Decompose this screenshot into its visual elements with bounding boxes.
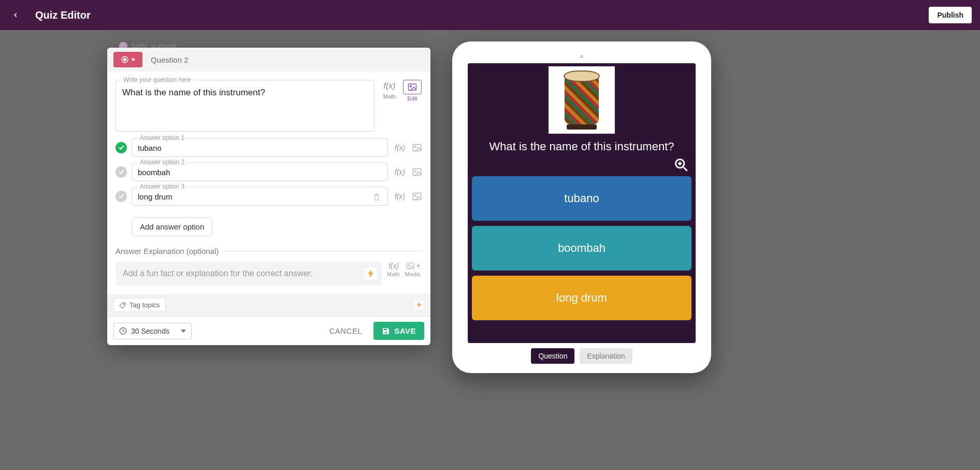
chevron-down-icon [131,59,135,61]
trash-icon [373,193,380,201]
mark-correct-toggle[interactable] [116,191,127,202]
chevron-down-icon [181,330,186,333]
bolt-icon [368,269,374,278]
question-input[interactable]: Write your question here What is the nam… [116,80,374,132]
save-icon [382,327,390,335]
tag-row: Tag topics [107,294,430,316]
clock-icon [119,327,127,335]
question-number-label: Question 2 [151,55,189,64]
zoom-in-icon [674,158,688,172]
svg-rect-8 [413,193,421,200]
answer-input[interactable]: Answer option 2boombah [132,162,388,181]
preview-answer-option[interactable]: boombah [472,226,691,270]
question-text: What is the name of this instrument? [122,88,368,98]
answer-input[interactable]: Answer option 1tubano [132,138,388,157]
explanation-side-actions: f(x) Math Media [387,262,422,277]
explanation-media-label: Media [405,271,420,277]
svg-rect-4 [413,144,421,151]
answer-input[interactable]: Answer option 3long drum [132,187,388,206]
panel-body: Write your question here What is the nam… [107,72,430,294]
cancel-button[interactable]: CANCEL [324,322,367,339]
svg-point-1 [123,58,126,61]
answer-row: Answer option 2boombahf(x) [116,162,422,181]
mark-correct-toggle[interactable] [116,166,127,178]
answer-image-button[interactable] [412,144,422,152]
explanation-ai-button[interactable] [364,267,378,280]
question-placeholder-label: Write your question here [121,76,193,83]
divider-line [224,251,422,251]
preview-answer-option[interactable]: long drum [472,276,691,320]
answer-row: Answer option 1tubanof(x) [116,138,422,157]
save-button[interactable]: SAVE [373,322,424,340]
question-math-button[interactable]: f(x) Math [380,80,399,99]
answer-option-label: Answer option 3 [138,183,186,190]
image-icon [406,262,415,269]
preview-device: What is the name of this instrument? tub… [452,41,711,373]
answer-image-button[interactable] [412,168,422,176]
check-icon [118,144,125,151]
answer-value: long drum [138,192,371,201]
question-edit-label: Edit [408,95,417,102]
preview-tabs: Question Explanation [468,348,696,364]
zoom-row [472,158,691,172]
publish-button[interactable]: Publish [929,7,972,23]
back-button[interactable] [8,8,23,22]
device-camera-dot [580,55,583,58]
tag-topics-button[interactable]: Tag topics [113,298,166,312]
image-icon [408,83,417,91]
add-answer-option-button[interactable]: Add answer option [132,217,212,236]
preview-tab-question[interactable]: Question [531,348,574,364]
svg-point-3 [410,86,412,87]
answers-container: Answer option 1tubanof(x)Answer option 2… [116,138,422,211]
explanation-placeholder: Add a fun fact or explanation for the co… [123,269,312,278]
svg-point-7 [414,170,416,172]
answer-math-button[interactable]: f(x) [393,144,407,152]
bolt-icon [417,302,422,308]
svg-rect-10 [407,263,414,268]
explanation-media-button[interactable] [406,262,422,269]
delete-answer-button[interactable] [371,193,382,201]
audio-icon [416,262,422,269]
check-icon [118,168,125,175]
target-icon [121,55,129,64]
svg-rect-6 [413,168,421,175]
question-media-edit-button[interactable]: Edit [402,80,422,102]
question-editor-panel: Question 2 Write your question here What… [107,48,430,345]
answer-math-button[interactable]: f(x) [393,168,407,176]
svg-line-15 [684,167,687,171]
preview-options: tubanoboombahlong drum [472,176,691,320]
answer-math-button[interactable]: f(x) [393,192,407,201]
footer-actions: CANCEL SAVE [324,322,424,340]
explanation-math-button[interactable]: f(x) [387,262,400,270]
tag-ai-button[interactable] [414,300,424,310]
explanation-math-label: Math [387,271,399,277]
time-limit-dropdown[interactable]: 30 Seconds [113,323,192,339]
top-bar: Quiz Editor Publish [0,0,980,30]
panel-header: Question 2 [107,48,430,72]
explanation-row: Add a fun fact or explanation for the co… [116,262,422,286]
explanation-heading-row: Answer Explanation (optional) [116,247,422,255]
check-icon [118,193,125,200]
question-row: Write your question here What is the nam… [116,80,422,132]
svg-point-12 [123,303,124,304]
answer-image-button[interactable] [412,192,422,201]
tag-topics-label: Tag topics [129,301,160,309]
preview-tab-explanation[interactable]: Explanation [580,348,632,364]
workspace: faith; support Question 2 Write your que… [0,30,980,470]
svg-point-9 [414,194,416,196]
page-title: Quiz Editor [35,9,91,21]
question-type-dropdown[interactable] [113,52,142,67]
explanation-heading: Answer Explanation (optional) [116,247,219,255]
zoom-in-button[interactable] [674,158,688,172]
image-icon [412,192,422,201]
save-button-label: SAVE [394,326,416,335]
tag-icon [119,302,126,309]
fx-icon: f(x) [383,81,395,91]
mark-correct-toggle[interactable] [116,142,127,153]
preview-question-image [549,66,615,134]
explanation-input[interactable]: Add a fun fact or explanation for the co… [116,262,382,286]
preview-answer-option[interactable]: tubano [472,176,691,221]
top-bar-left: Quiz Editor [8,8,91,22]
answer-option-label: Answer option 2 [138,159,186,166]
svg-rect-2 [409,84,416,90]
